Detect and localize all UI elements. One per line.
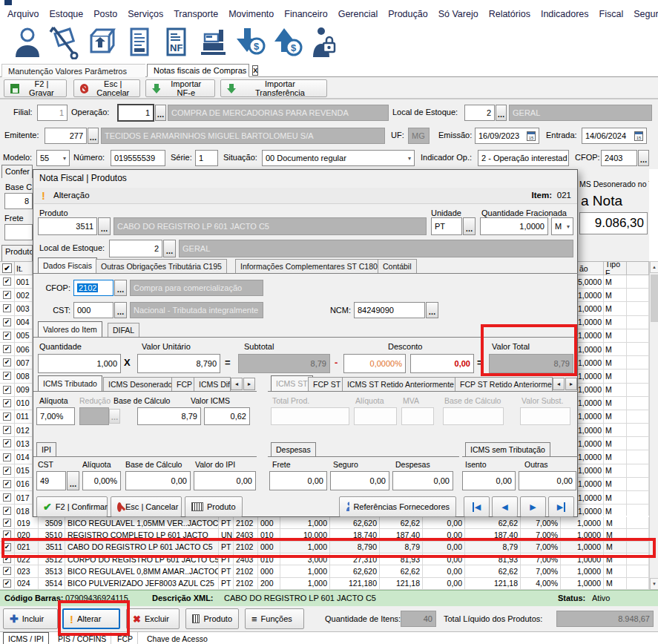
local-lookup-button[interactable]: … <box>163 240 176 257</box>
item-row-right[interactable]: 1,0000 M <box>578 437 649 450</box>
item-row-right[interactable]: 1,0000 M <box>578 316 649 329</box>
scrollbar-thumb[interactable] <box>651 275 658 322</box>
local-estoque-field[interactable]: 2 <box>464 105 495 121</box>
aliquota-field[interactable]: 7,00% <box>36 407 75 425</box>
seguro-field[interactable]: 0,00 <box>330 471 389 490</box>
row-checkbox[interactable]: ✔ <box>0 302 15 315</box>
importar-nfe-button[interactable]: Importar NF-e <box>145 79 215 97</box>
menu-item[interactable]: Transporte <box>168 9 223 19</box>
emissao-date-field[interactable]: 16/09/202315 <box>475 128 539 144</box>
item-row[interactable]: ✔ 008 <box>0 369 33 383</box>
ipi-cst-lookup-button[interactable]: … <box>67 471 79 490</box>
row-checkbox[interactable]: ✔ <box>0 343 15 356</box>
select-all-checkbox[interactable]: ✔ <box>0 262 15 275</box>
cfop-field[interactable]: 2102 <box>73 280 113 296</box>
table-row[interactable]: ✔ 024 3514 BICO PULVERIZADO JEF8003 AZUL… <box>0 578 649 590</box>
tab-fcp[interactable]: FCP <box>113 632 138 644</box>
nav-previous-button[interactable]: ◀ <box>492 496 518 517</box>
row-checkbox[interactable]: ✔ <box>0 553 15 565</box>
tab-fcp-st[interactable]: FCP ST <box>308 377 346 391</box>
qtd-fracionada-field[interactable]: 1,0000 <box>480 217 548 235</box>
tab-produtos[interactable]: Produto <box>1 245 33 261</box>
ipi-aliquota-field[interactable]: 0,00% <box>82 471 121 490</box>
nav-next-button[interactable]: ▶ <box>520 496 546 517</box>
indicador-op-select[interactable]: 2 - Operação interestad▾ <box>478 150 569 166</box>
table-row[interactable]: ✔ 023 3513 BICO REGULAVEL 0,8MM AMAR..JA… <box>0 565 649 577</box>
operacao-lookup-button[interactable]: … <box>155 105 166 121</box>
cfop-lookup-button[interactable]: … <box>638 150 649 166</box>
local-estoque-field[interactable]: 2 <box>109 240 162 257</box>
tab-outras-obrigacoes[interactable]: Outras Obrigações Tributária C195 <box>96 259 227 273</box>
item-row-right[interactable]: 1,0000 M <box>578 384 649 397</box>
item-row-right[interactable]: 1,0000 M <box>578 356 649 369</box>
cfop-field[interactable]: 2403 <box>601 150 637 166</box>
tab-manutencao-valores[interactable]: Manutenção Valores Parâmetros <box>1 64 145 77</box>
desconto-valor-field[interactable]: 0,00 <box>410 354 474 373</box>
item-row-right[interactable]: 1,0000 M <box>578 450 649 464</box>
ipi-base-calculo-field[interactable]: 0,00 <box>125 471 191 490</box>
row-checkbox[interactable]: ✔ <box>0 529 15 541</box>
serie-field[interactable]: 1 <box>195 150 218 166</box>
item-row[interactable]: ✔ 007 <box>0 356 33 369</box>
vertical-scrollbar[interactable]: ▲ ▼ <box>649 261 658 590</box>
funcoes-button[interactable]: ≡Funções <box>245 608 304 629</box>
isento-field[interactable]: 0,00 <box>462 471 516 490</box>
menu-item[interactable]: Posto <box>88 9 122 19</box>
menu-item[interactable]: Produção <box>383 9 433 19</box>
item-row-right[interactable]: 1,0000 M <box>578 410 649 424</box>
close-icon[interactable]: X <box>252 65 258 76</box>
tab-icms-tributado[interactable]: ICMS Tributado <box>38 375 102 391</box>
frete-field[interactable]: 0,00 <box>269 471 327 490</box>
item-row-right[interactable]: 1,0000 M <box>578 343 649 356</box>
tab-scroll-right-icon[interactable]: ▸ <box>243 378 255 390</box>
row-checkbox[interactable]: ✔ <box>0 437 15 450</box>
unidade-field[interactable]: PT <box>431 217 462 235</box>
tab-chave-de-acesso[interactable]: Chave de Acesso <box>142 632 212 644</box>
tab-icms-dife[interactable]: ICMS Dife <box>194 377 231 391</box>
tab-icms-desonerado[interactable]: ICMS Desonerado <box>103 377 177 391</box>
cst-lookup-button[interactable]: … <box>114 302 127 318</box>
menu-item[interactable]: Financeiro <box>279 9 332 19</box>
row-checkbox[interactable]: ✔ <box>0 424 15 437</box>
emitente-lookup-button[interactable]: … <box>88 128 99 144</box>
it-column-header[interactable]: It. <box>15 262 33 275</box>
item-row[interactable]: ✔ 009 <box>0 384 33 397</box>
row-checkbox[interactable]: ✔ <box>0 517 15 529</box>
row-checkbox[interactable]: ✔ <box>0 329 15 343</box>
quantidade-field[interactable]: 1,000 <box>38 354 121 373</box>
tab-scroll-left-icon[interactable]: ◂ <box>231 378 243 390</box>
cancelar-button[interactable]: Esc | Cancelar <box>73 79 140 97</box>
item-row-right[interactable]: 1,0000 M <box>578 464 649 478</box>
tab-fcp-st-retido[interactable]: FCP ST Retido Anteriorment <box>455 377 553 391</box>
row-checkbox[interactable]: ✔ <box>0 289 15 302</box>
item-row-right[interactable]: 1,0000 M <box>578 289 649 302</box>
item-row-right[interactable]: 1,0000 M <box>578 397 649 410</box>
calendar-icon[interactable]: 15 <box>634 131 643 141</box>
nav-first-button[interactable]: ◀ <box>464 496 490 517</box>
calendar-icon[interactable]: 15 <box>527 131 536 141</box>
row-checkbox[interactable]: ✔ <box>0 450 15 464</box>
unidade-lookup-button[interactable]: … <box>463 217 476 235</box>
operacao-field[interactable]: 1 <box>117 104 154 122</box>
item-row-right[interactable]: 1,0000 M <box>578 505 649 516</box>
menu-item[interactable]: Gerencial <box>333 9 384 19</box>
row-checkbox[interactable]: ✔ <box>0 316 15 329</box>
tab-icms-st-retido[interactable]: ICMS ST Retido Anteriormente <box>342 377 459 391</box>
hand-truck-icon[interactable] <box>47 25 82 59</box>
incluir-button[interactable]: ✚Incluir <box>3 608 58 629</box>
item-row-right[interactable]: 1,0000 M <box>578 369 649 383</box>
row-checkbox[interactable]: ✔ <box>0 410 15 424</box>
ncm-lookup-button[interactable]: … <box>426 302 438 318</box>
produto-code-field[interactable]: 3511 <box>38 217 97 235</box>
valor-unitario-field[interactable]: 8,790 <box>137 354 220 373</box>
modelo-select[interactable]: 55▾ <box>36 150 70 166</box>
valor-icms-field[interactable]: 0,62 <box>204 407 250 425</box>
item-row-right[interactable]: 5,0000 M <box>578 275 649 289</box>
menu-item[interactable]: Segurança <box>628 9 658 19</box>
item-row[interactable]: ✔ 014 <box>0 450 33 464</box>
menu-item[interactable]: Fiscal <box>594 9 629 19</box>
filial-field[interactable]: 1 <box>37 105 68 121</box>
produto-button[interactable]: Produto <box>185 496 243 517</box>
item-row[interactable]: ✔ 004 <box>0 316 33 329</box>
item-row[interactable]: ✔ 012 <box>0 424 33 437</box>
